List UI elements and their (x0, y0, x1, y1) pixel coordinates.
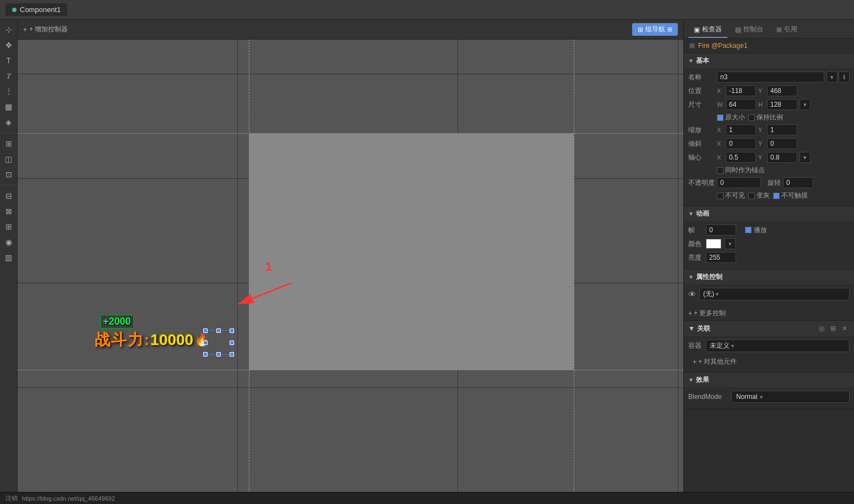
skew-label: 倾斜 (688, 139, 715, 149)
size-options: 原大小 保持比例 (688, 113, 850, 122)
attr-dropdown-arrow: ▾ (716, 291, 719, 297)
tab-dot (12, 8, 17, 12)
size-h-input[interactable] (767, 99, 797, 110)
handle-mr[interactable] (230, 341, 234, 345)
assoc-btn1[interactable]: ◎ (817, 324, 826, 333)
tool-component[interactable]: ⊡ (2, 168, 15, 181)
pivot-y-input[interactable] (767, 152, 797, 163)
handle-bm[interactable] (216, 352, 221, 357)
tool-hand[interactable]: ✥ (2, 39, 15, 52)
attr-select[interactable]: (无) ▾ (699, 288, 850, 300)
section-assoc-header[interactable]: ▼ 关联 ◎ ⊞ ✕ (684, 321, 854, 336)
handle-tm[interactable] (216, 328, 221, 333)
opacity-input[interactable] (717, 177, 761, 188)
section-basic: ▼ 基本 名称 ▾ ℹ 位置 X (684, 53, 854, 206)
tool-misc4[interactable]: ◉ (2, 235, 15, 249)
skew-y-label: Y (758, 140, 765, 147)
section-effects-body: BlendMode Normal ▾ (684, 387, 854, 409)
fire-link[interactable]: Fire @Package1 (698, 42, 748, 50)
container-label: 容器 (688, 341, 704, 350)
reference-icon: ⊞ (776, 26, 782, 34)
canvas-elements[interactable]: +2000 战斗力: 10000 🔥 (95, 315, 209, 350)
brightness-input[interactable] (706, 252, 736, 263)
pivot-x-label: X (717, 154, 724, 161)
opacity-label: 不透明度 (688, 178, 715, 188)
canvas-screen (249, 133, 574, 370)
name-info-btn[interactable]: ℹ (839, 72, 850, 83)
section-basic-header[interactable]: ▼ 基本 (684, 53, 854, 68)
tool-misc2[interactable]: ⊠ (2, 205, 15, 218)
pos-y-input[interactable] (767, 85, 797, 96)
section-attr-header[interactable]: ▼ 属性控制 (684, 270, 854, 284)
assoc-close[interactable]: ✕ (840, 324, 850, 333)
touchable-check[interactable]: 不可触摸 (773, 191, 808, 200)
frame-label: 帧 (688, 226, 704, 235)
add-other-elements[interactable]: + + 对其他元件 (688, 355, 850, 369)
play-cb[interactable] (745, 227, 752, 233)
section-attr-body: 👁 (无) ▾ (684, 284, 854, 306)
tool-misc1[interactable]: ⊟ (2, 189, 15, 202)
scale-y-input[interactable] (767, 124, 797, 135)
add-more-ctrl[interactable]: + + 更多控制 (684, 306, 854, 320)
keep-ratio-check[interactable]: 保持比例 (748, 113, 783, 122)
battle-power-row: 战斗力: 10000 🔥 (95, 330, 209, 350)
tool-divider1 (2, 133, 15, 133)
scale-inputs: X Y (717, 124, 850, 135)
brightness-row: 亮度 (688, 252, 850, 263)
tool-text2[interactable]: 𝑇 (2, 69, 15, 83)
tool-misc5[interactable]: ▥ (2, 251, 15, 264)
assoc-btn2[interactable]: ⊞ (828, 324, 838, 333)
tool-align[interactable]: ⊞ (2, 137, 15, 150)
blendmode-dropdown[interactable]: Normal ▾ (731, 391, 850, 403)
tool-grid[interactable]: ▦ (2, 100, 15, 113)
tool-cube[interactable]: ◈ (2, 116, 15, 129)
tool-layer[interactable]: ◫ (2, 152, 15, 166)
scale-x-input[interactable] (726, 124, 756, 135)
tool-list[interactable]: ⋮ (2, 85, 15, 98)
tab-reference[interactable]: ⊞ 引用 (771, 22, 803, 38)
left-toolbar: ⊹ ✥ T 𝑇 ⋮ ▦ ◈ ⊞ ◫ ⊡ ⊟ ⊠ ⊞ ◉ ▥ (0, 20, 18, 492)
skew-y-input[interactable] (767, 138, 797, 149)
opacity-rotation-inputs: 旋转 (717, 177, 850, 188)
color-swatch[interactable] (706, 239, 721, 249)
add-other-icon: + (693, 358, 697, 366)
tool-misc3[interactable]: ⊞ (2, 220, 15, 233)
pivot-expand-btn[interactable]: ▾ (799, 152, 811, 163)
color-label: 颜色 (688, 239, 704, 249)
canvas-content[interactable]: +2000 战斗力: 10000 🔥 (18, 40, 683, 492)
add-controller-label[interactable]: + + 增加控制器 (23, 25, 68, 34)
skew-x-input[interactable] (726, 138, 756, 149)
tool-select[interactable]: ⊹ (2, 23, 15, 36)
name-input[interactable] (717, 72, 824, 83)
size-expand-btn[interactable]: ▾ (799, 99, 811, 110)
basic-title: 基本 (696, 56, 709, 65)
right-panel: ▣ 检查器 ▤ 控制台 ⊞ 引用 ⊞ Fire @Package1 ▼ 基本 (683, 20, 854, 492)
handle-tr[interactable] (230, 328, 234, 333)
eye-icon[interactable]: 👁 (688, 290, 696, 299)
frame-input[interactable] (706, 224, 736, 235)
name-dropdown-btn[interactable]: ▾ (826, 72, 837, 83)
original-size-check[interactable]: 原大小 (717, 113, 745, 122)
container-dropdown[interactable]: 未定义 ▾ (706, 339, 850, 352)
frame-row: 帧 播放 (688, 224, 850, 235)
nav-button[interactable]: ⊞ 组导航 ⊞ (632, 23, 678, 36)
tab-inspector[interactable]: ▣ 检查器 (688, 22, 727, 38)
console-icon: ▤ (735, 26, 741, 34)
tool-text[interactable]: T (2, 54, 15, 67)
pivot-x-input[interactable] (726, 152, 756, 163)
section-assoc-body: 容器 未定义 ▾ + + 对其他元件 (684, 336, 854, 372)
editor-tab[interactable]: Component1 (6, 3, 67, 16)
pos-x-input[interactable] (726, 85, 756, 96)
tab-console[interactable]: ▤ 控制台 (730, 22, 769, 38)
rotation-input[interactable] (783, 177, 813, 188)
handle-bl[interactable] (203, 352, 208, 357)
invisible-check[interactable]: 不可见 (717, 191, 745, 200)
color-dropdown-btn[interactable]: ▾ (725, 238, 736, 249)
size-w-input[interactable] (726, 99, 756, 110)
handle-br[interactable] (230, 352, 234, 357)
anchor-check[interactable]: 同时作为锚点 (717, 166, 765, 175)
size-w-label: W (717, 101, 724, 108)
section-effects-header[interactable]: ▼ 效果 (684, 372, 854, 387)
section-animation-header[interactable]: ▼ 动画 (684, 206, 854, 221)
grayed-check[interactable]: 变灰 (748, 191, 770, 200)
